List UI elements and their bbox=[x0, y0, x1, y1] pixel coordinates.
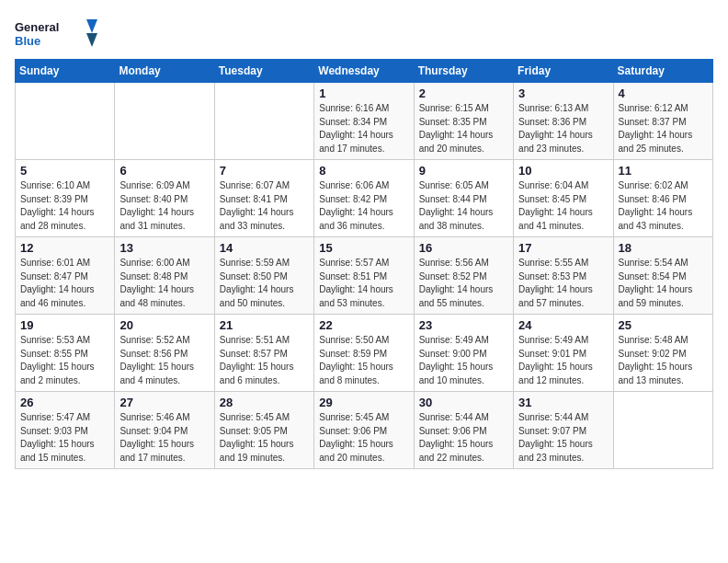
day-header-sunday: Sunday bbox=[16, 60, 115, 83]
day-info: Sunrise: 6:09 AMSunset: 8:40 PMDaylight:… bbox=[119, 179, 209, 233]
calendar-cell: 2Sunrise: 6:15 AMSunset: 8:35 PMDaylight… bbox=[414, 83, 513, 160]
day-info: Sunrise: 6:01 AMSunset: 8:47 PMDaylight:… bbox=[20, 257, 109, 310]
calendar-cell: 1Sunrise: 6:16 AMSunset: 8:34 PMDaylight… bbox=[314, 83, 414, 160]
calendar-cell: 8Sunrise: 6:06 AMSunset: 8:42 PMDaylight… bbox=[314, 160, 414, 237]
day-number: 19 bbox=[20, 318, 109, 332]
day-number: 5 bbox=[20, 164, 109, 178]
day-header-monday: Monday bbox=[115, 60, 214, 83]
svg-marker-3 bbox=[86, 33, 97, 47]
day-info: Sunrise: 5:49 AMSunset: 9:01 PMDaylight:… bbox=[518, 334, 608, 387]
day-info: Sunrise: 5:45 AMSunset: 9:06 PMDaylight:… bbox=[319, 411, 408, 465]
calendar-cell: 20Sunrise: 5:52 AMSunset: 8:56 PMDayligh… bbox=[115, 315, 214, 392]
day-number: 23 bbox=[419, 318, 508, 332]
calendar-cell: 16Sunrise: 5:56 AMSunset: 8:52 PMDayligh… bbox=[414, 237, 513, 315]
day-info: Sunrise: 6:12 AMSunset: 8:37 PMDaylight:… bbox=[619, 102, 708, 155]
calendar-cell: 12Sunrise: 6:01 AMSunset: 8:47 PMDayligh… bbox=[16, 237, 115, 315]
calendar-cell: 26Sunrise: 5:47 AMSunset: 9:03 PMDayligh… bbox=[16, 392, 115, 469]
days-header-row: SundayMondayTuesdayWednesdayThursdayFrid… bbox=[16, 60, 713, 83]
day-number: 6 bbox=[119, 164, 209, 178]
day-number: 17 bbox=[518, 241, 608, 255]
day-number: 1 bbox=[319, 86, 408, 100]
svg-marker-2 bbox=[86, 19, 97, 33]
day-info: Sunrise: 6:06 AMSunset: 8:42 PMDaylight:… bbox=[319, 179, 408, 233]
calendar-table: SundayMondayTuesdayWednesdayThursdayFrid… bbox=[15, 59, 713, 469]
week-row-4: 26Sunrise: 5:47 AMSunset: 9:03 PMDayligh… bbox=[16, 392, 713, 469]
calendar-cell: 5Sunrise: 6:10 AMSunset: 8:39 PMDaylight… bbox=[16, 160, 115, 237]
calendar-cell: 22Sunrise: 5:50 AMSunset: 8:59 PMDayligh… bbox=[314, 315, 414, 392]
day-number: 13 bbox=[119, 241, 209, 255]
day-info: Sunrise: 6:02 AMSunset: 8:46 PMDaylight:… bbox=[619, 179, 708, 233]
day-info: Sunrise: 6:00 AMSunset: 8:48 PMDaylight:… bbox=[119, 257, 209, 310]
calendar-cell: 10Sunrise: 6:04 AMSunset: 8:45 PMDayligh… bbox=[514, 160, 613, 237]
day-info: Sunrise: 5:53 AMSunset: 8:55 PMDaylight:… bbox=[20, 334, 109, 387]
day-info: Sunrise: 5:44 AMSunset: 9:06 PMDaylight:… bbox=[419, 411, 508, 465]
day-info: Sunrise: 6:05 AMSunset: 8:44 PMDaylight:… bbox=[419, 179, 508, 233]
calendar-cell: 3Sunrise: 6:13 AMSunset: 8:36 PMDaylight… bbox=[514, 83, 613, 160]
day-number: 24 bbox=[518, 318, 608, 332]
day-number: 14 bbox=[220, 241, 309, 255]
day-number: 22 bbox=[319, 318, 408, 332]
day-number: 18 bbox=[619, 241, 708, 255]
svg-text:Blue: Blue bbox=[15, 34, 40, 48]
calendar-cell: 31Sunrise: 5:44 AMSunset: 9:07 PMDayligh… bbox=[514, 392, 613, 469]
day-number: 16 bbox=[419, 241, 508, 255]
day-number: 29 bbox=[319, 396, 408, 409]
calendar-cell: 13Sunrise: 6:00 AMSunset: 8:48 PMDayligh… bbox=[115, 237, 214, 315]
day-number: 20 bbox=[119, 318, 209, 332]
day-number: 31 bbox=[518, 396, 608, 409]
calendar-cell bbox=[214, 83, 313, 160]
calendar-cell bbox=[16, 83, 115, 160]
day-info: Sunrise: 5:52 AMSunset: 8:56 PMDaylight:… bbox=[119, 334, 209, 387]
week-row-2: 12Sunrise: 6:01 AMSunset: 8:47 PMDayligh… bbox=[16, 237, 713, 315]
calendar-cell: 7Sunrise: 6:07 AMSunset: 8:41 PMDaylight… bbox=[214, 160, 313, 237]
day-number: 3 bbox=[518, 86, 608, 100]
day-number: 12 bbox=[20, 241, 109, 255]
calendar-cell: 19Sunrise: 5:53 AMSunset: 8:55 PMDayligh… bbox=[16, 315, 115, 392]
day-number: 2 bbox=[419, 86, 508, 100]
day-header-thursday: Thursday bbox=[414, 60, 513, 83]
day-info: Sunrise: 6:16 AMSunset: 8:34 PMDaylight:… bbox=[319, 102, 408, 155]
day-info: Sunrise: 5:48 AMSunset: 9:02 PMDaylight:… bbox=[619, 334, 708, 387]
day-number: 9 bbox=[419, 164, 508, 178]
calendar-cell: 14Sunrise: 5:59 AMSunset: 8:50 PMDayligh… bbox=[214, 237, 313, 315]
day-info: Sunrise: 6:15 AMSunset: 8:35 PMDaylight:… bbox=[419, 102, 508, 155]
calendar-cell: 29Sunrise: 5:45 AMSunset: 9:06 PMDayligh… bbox=[314, 392, 414, 469]
day-info: Sunrise: 5:49 AMSunset: 9:00 PMDaylight:… bbox=[419, 334, 508, 387]
day-number: 28 bbox=[220, 396, 309, 409]
day-info: Sunrise: 5:55 AMSunset: 8:53 PMDaylight:… bbox=[518, 257, 608, 310]
day-header-friday: Friday bbox=[514, 60, 613, 83]
calendar-cell: 24Sunrise: 5:49 AMSunset: 9:01 PMDayligh… bbox=[514, 315, 613, 392]
day-number: 25 bbox=[619, 318, 708, 332]
logo: General Blue bbox=[15, 15, 97, 52]
day-header-wednesday: Wednesday bbox=[314, 60, 414, 83]
day-number: 26 bbox=[20, 396, 109, 409]
day-info: Sunrise: 5:46 AMSunset: 9:04 PMDaylight:… bbox=[119, 411, 209, 465]
day-number: 11 bbox=[619, 164, 708, 178]
day-info: Sunrise: 6:13 AMSunset: 8:36 PMDaylight:… bbox=[518, 102, 608, 155]
day-number: 21 bbox=[220, 318, 309, 332]
page-header: General Blue bbox=[15, 15, 713, 52]
day-info: Sunrise: 6:07 AMSunset: 8:41 PMDaylight:… bbox=[220, 179, 309, 233]
day-info: Sunrise: 5:51 AMSunset: 8:57 PMDaylight:… bbox=[220, 334, 309, 387]
week-row-0: 1Sunrise: 6:16 AMSunset: 8:34 PMDaylight… bbox=[16, 83, 713, 160]
day-number: 7 bbox=[220, 164, 309, 178]
day-info: Sunrise: 5:59 AMSunset: 8:50 PMDaylight:… bbox=[220, 257, 309, 310]
week-row-1: 5Sunrise: 6:10 AMSunset: 8:39 PMDaylight… bbox=[16, 160, 713, 237]
week-row-3: 19Sunrise: 5:53 AMSunset: 8:55 PMDayligh… bbox=[16, 315, 713, 392]
calendar-cell: 23Sunrise: 5:49 AMSunset: 9:00 PMDayligh… bbox=[414, 315, 513, 392]
day-number: 15 bbox=[319, 241, 408, 255]
calendar-cell: 15Sunrise: 5:57 AMSunset: 8:51 PMDayligh… bbox=[314, 237, 414, 315]
day-number: 27 bbox=[119, 396, 209, 409]
day-number: 8 bbox=[319, 164, 408, 178]
svg-text:General: General bbox=[15, 20, 59, 34]
calendar-cell: 17Sunrise: 5:55 AMSunset: 8:53 PMDayligh… bbox=[514, 237, 613, 315]
calendar-cell: 21Sunrise: 5:51 AMSunset: 8:57 PMDayligh… bbox=[214, 315, 313, 392]
calendar-cell: 27Sunrise: 5:46 AMSunset: 9:04 PMDayligh… bbox=[115, 392, 214, 469]
calendar-cell: 6Sunrise: 6:09 AMSunset: 8:40 PMDaylight… bbox=[115, 160, 214, 237]
day-info: Sunrise: 5:50 AMSunset: 8:59 PMDaylight:… bbox=[319, 334, 408, 387]
day-info: Sunrise: 5:47 AMSunset: 9:03 PMDaylight:… bbox=[20, 411, 109, 465]
day-info: Sunrise: 5:45 AMSunset: 9:05 PMDaylight:… bbox=[220, 411, 309, 465]
day-number: 4 bbox=[619, 86, 708, 100]
day-info: Sunrise: 5:57 AMSunset: 8:51 PMDaylight:… bbox=[319, 257, 408, 310]
calendar-cell: 18Sunrise: 5:54 AMSunset: 8:54 PMDayligh… bbox=[613, 237, 712, 315]
